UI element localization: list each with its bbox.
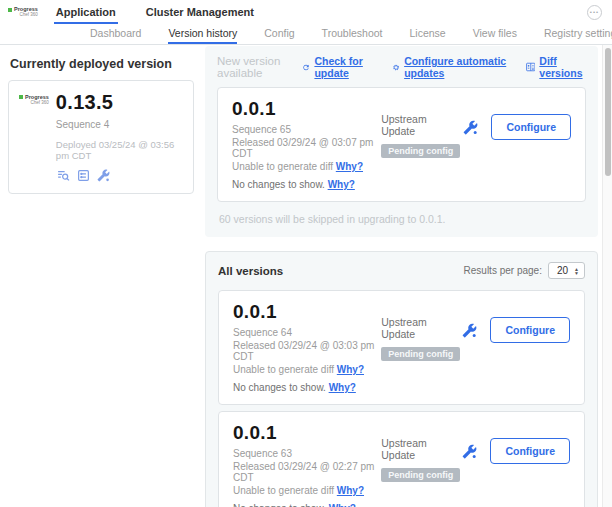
configure-button[interactable]: Configure — [491, 114, 571, 140]
results-per-page-select[interactable]: 20 ▲▼ — [548, 262, 585, 279]
version-sequence: Sequence 63 — [233, 448, 381, 459]
deployed-heading: Currently deployed version — [10, 57, 194, 71]
diff-status-text: Unable to generate diff — [233, 364, 334, 375]
tab-license[interactable]: License — [410, 24, 446, 44]
status-badge: Pending config — [381, 144, 460, 158]
diff-status-line: Unable to generate diff Why? — [233, 485, 381, 496]
all-versions-list: 0.0.1 Sequence 64 Released 03/29/24 @ 03… — [218, 290, 585, 507]
logo-mark-icon — [8, 8, 12, 12]
logo-mark-icon — [19, 95, 23, 99]
select-arrows-icon: ▲▼ — [574, 267, 579, 275]
version-row-info: 0.0.1 Sequence 64 Released 03/29/24 @ 03… — [233, 301, 381, 393]
edit-config-icon[interactable] — [77, 169, 90, 184]
version-actions: Configure — [463, 114, 571, 140]
diff-status-text: Unable to generate diff — [232, 161, 333, 172]
version-source-label: Upstream Update — [381, 437, 462, 461]
new-version-title: New version available — [217, 55, 302, 79]
changes-why-link[interactable]: Why? — [329, 382, 356, 393]
changes-text: No changes to show. — [232, 179, 325, 190]
configure-button[interactable]: Configure — [490, 317, 570, 343]
view-diff-icon[interactable] — [56, 169, 70, 184]
new-version-row-container: 0.0.1 Sequence 65 Released 03/29/24 @ 03… — [217, 87, 586, 202]
troubleshoot-wrench-icon[interactable] — [463, 120, 478, 135]
troubleshoot-wrench-icon[interactable] — [97, 169, 110, 184]
more-menu-button[interactable]: ••• — [587, 5, 602, 20]
version-number: 0.0.1 — [233, 301, 381, 323]
version-number: 0.0.1 — [232, 98, 381, 120]
version-sequence: Sequence 65 — [232, 124, 381, 135]
deployed-date: Deployed 03/25/24 @ 03:56 pm CDT — [56, 139, 183, 161]
changes-text: No changes to show. — [233, 382, 326, 393]
deployed-version-panel: Currently deployed version Progress Chef… — [0, 45, 198, 507]
tab-troubleshoot[interactable]: Troubleshoot — [322, 24, 383, 44]
diff-why-link[interactable]: Why? — [337, 485, 364, 496]
refresh-icon — [302, 62, 310, 73]
diff-status-line: Unable to generate diff Why? — [233, 364, 381, 375]
troubleshoot-wrench-icon[interactable] — [462, 323, 477, 338]
tab-config[interactable]: Config — [264, 24, 294, 44]
deployed-actions — [56, 169, 183, 184]
deployed-app-logo: Progress Chef 360 — [19, 91, 49, 184]
deployed-version-info: 0.13.5 Sequence 4 Deployed 03/25/24 @ 03… — [56, 91, 183, 184]
tab-view-files[interactable]: View files — [473, 24, 517, 44]
results-per-page-label: Results per page: — [464, 265, 542, 276]
configure-automatic-updates-link[interactable]: Configure automatic updates — [392, 55, 511, 79]
all-versions-title: All versions — [218, 265, 283, 277]
changes-why-link[interactable]: Why? — [329, 503, 356, 507]
diff-versions-link[interactable]: Diff versions — [526, 55, 586, 79]
version-source-label: Upstream Update — [381, 316, 462, 340]
deployed-sequence: Sequence 4 — [56, 119, 183, 130]
diff-why-link[interactable]: Why? — [336, 161, 363, 172]
changes-text: No changes to show. — [233, 503, 326, 507]
version-row-info: 0.0.1 Sequence 63 Released 03/29/24 @ 02… — [233, 422, 381, 507]
top-bar: Progress Chef 360 Application Cluster Ma… — [0, 0, 612, 24]
vertical-scrollbar[interactable] — [602, 45, 612, 507]
version-source-label: Upstream Update — [381, 113, 463, 137]
version-row-info: 0.0.1 Sequence 65 Released 03/29/24 @ 03… — [232, 98, 381, 190]
changes-why-link[interactable]: Why? — [328, 179, 355, 190]
version-source-col: Upstream Update Pending config — [381, 301, 462, 393]
scrollbar-thumb[interactable] — [605, 48, 611, 176]
tab-cluster-management[interactable]: Cluster Management — [144, 1, 256, 24]
logo-line2: Chef 360 — [20, 12, 38, 17]
status-badge: Pending config — [381, 347, 460, 361]
app-logo: Progress Chef 360 — [8, 7, 38, 17]
tab-version-history[interactable]: Version history — [168, 24, 237, 44]
version-number: 0.0.1 — [233, 422, 381, 444]
version-sequence: Sequence 64 — [233, 327, 381, 338]
all-versions-header: All versions Results per page: 20 ▲▼ — [218, 262, 585, 279]
update-links: Check for update Configure automatic upd… — [302, 55, 586, 79]
content-area: Currently deployed version Progress Chef… — [0, 45, 612, 507]
changes-line: No changes to show. Why? — [233, 503, 381, 507]
deployed-version-card: Progress Chef 360 0.13.5 Sequence 4 Depl… — [8, 80, 194, 194]
tab-application[interactable]: Application — [54, 1, 118, 24]
version-row: 0.0.1 Sequence 64 Released 03/29/24 @ 03… — [218, 290, 585, 405]
diff-icon — [526, 61, 536, 73]
version-row: 0.0.1 Sequence 65 Released 03/29/24 @ 03… — [217, 87, 586, 202]
troubleshoot-wrench-icon[interactable] — [462, 444, 477, 459]
tab-registry-settings[interactable]: Registry settings — [544, 24, 612, 44]
status-badge: Pending config — [381, 468, 460, 482]
changes-line: No changes to show. Why? — [232, 179, 381, 190]
version-released: Released 03/29/24 @ 03:07 pm CDT — [232, 137, 381, 159]
version-actions: Configure — [462, 317, 570, 343]
diff-status-text: Unable to generate diff — [233, 485, 334, 496]
all-versions-section: All versions Results per page: 20 ▲▼ 0.0… — [205, 251, 598, 507]
version-actions: Configure — [462, 438, 570, 464]
version-source-col: Upstream Update Pending config — [381, 422, 462, 507]
sub-nav: Dashboard Version history Config Trouble… — [0, 24, 612, 45]
diff-status-line: Unable to generate diff Why? — [232, 161, 381, 172]
version-source-col: Upstream Update Pending config — [381, 98, 463, 190]
deployed-version-number: 0.13.5 — [56, 91, 183, 114]
version-row: 0.0.1 Sequence 63 Released 03/29/24 @ 02… — [218, 411, 585, 507]
tab-dashboard[interactable]: Dashboard — [90, 24, 141, 44]
configure-button[interactable]: Configure — [490, 438, 570, 464]
results-per-page: Results per page: 20 ▲▼ — [464, 262, 585, 279]
new-version-header: New version available Check for update C… — [217, 55, 586, 79]
diff-why-link[interactable]: Why? — [337, 364, 364, 375]
version-released: Released 03/29/24 @ 03:03 pm CDT — [233, 340, 381, 362]
version-history-panel: New version available Check for update C… — [198, 45, 612, 507]
gear-icon — [392, 62, 400, 73]
check-for-update-link[interactable]: Check for update — [302, 55, 377, 79]
changes-line: No changes to show. Why? — [233, 382, 381, 393]
